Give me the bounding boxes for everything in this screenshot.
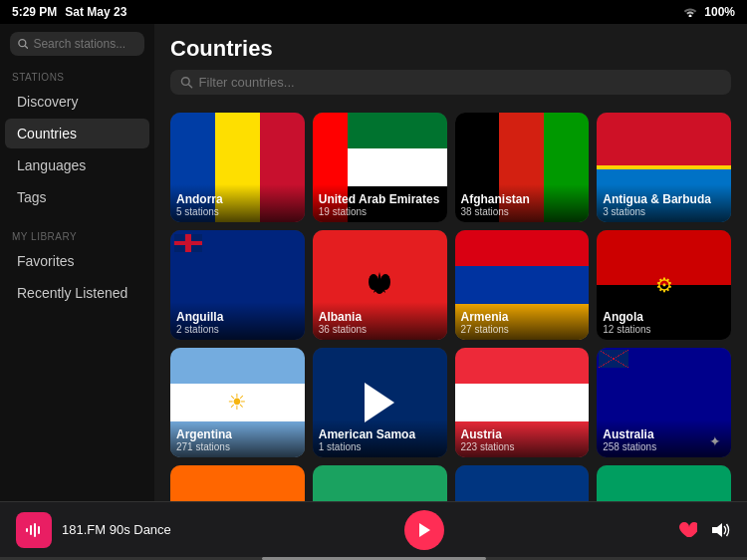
svg-point-0 [19, 40, 26, 47]
country-card[interactable]: ✦ Australia258 stations [597, 348, 731, 457]
country-overlay: Anguilla2 stations [170, 302, 305, 340]
country-overlay: Armenia27 stations [455, 302, 590, 340]
station-count: 5 stations [176, 206, 299, 217]
svg-rect-9 [34, 523, 36, 537]
play-button[interactable] [404, 510, 444, 550]
country-card[interactable] [455, 465, 590, 501]
country-card[interactable]: Andorra5 stations [170, 113, 305, 222]
station-count: 271 stations [176, 441, 299, 452]
station-count: 258 stations [603, 441, 725, 452]
country-name: Anguilla [176, 310, 299, 324]
stations-section-label: STATIONS [0, 66, 154, 86]
battery-label: 100% [704, 5, 735, 19]
app-container: STATIONS Discovery Countries Languages T… [0, 24, 747, 501]
country-card[interactable] [313, 465, 447, 501]
station-count: 3 stations [603, 206, 725, 217]
sidebar-item-languages[interactable]: Languages [5, 150, 149, 180]
svg-rect-7 [26, 528, 28, 532]
country-name: Antigua & Barbuda [603, 192, 725, 206]
country-overlay: Andorra5 stations [170, 184, 305, 222]
status-date: Sat May 23 [65, 5, 126, 19]
country-name: Angola [603, 310, 725, 324]
country-flag [455, 465, 590, 501]
status-bar: 5:29 PM Sat May 23 100% [0, 0, 747, 24]
filter-bar[interactable] [170, 70, 731, 95]
volume-icon[interactable] [711, 522, 731, 538]
country-overlay: American Samoa1 stations [313, 420, 447, 457]
country-card[interactable]: Albania36 stations [313, 230, 447, 340]
country-card[interactable]: United Arab Emirates19 stations [313, 113, 447, 222]
search-box[interactable] [10, 32, 144, 56]
country-card[interactable]: Anguilla2 stations [170, 230, 305, 340]
content-header: Countries [154, 24, 747, 107]
content-area: Countries Andorra5 stations United Arab … [154, 24, 747, 501]
country-name: Andorra [176, 192, 299, 206]
now-playing-left: 181.FM 90s Dance [16, 512, 171, 548]
country-flag [597, 465, 731, 501]
now-playing-right [677, 521, 731, 539]
country-name: Argentina [176, 427, 299, 441]
filter-search-icon [180, 76, 193, 89]
country-card[interactable]: ⚙ Angola12 stations [597, 230, 731, 340]
country-grid: Andorra5 stations United Arab Emirates19… [154, 107, 747, 501]
station-count: 12 stations [603, 324, 725, 335]
country-flag [170, 465, 305, 501]
country-overlay: Antigua & Barbuda3 stations [597, 184, 731, 222]
svg-marker-11 [419, 523, 430, 537]
station-count: 2 stations [176, 324, 299, 335]
sidebar-item-favorites[interactable]: Favorites [5, 246, 149, 276]
sidebar-item-tags[interactable]: Tags [5, 182, 149, 212]
sidebar-item-recently-listened[interactable]: Recently Listened [5, 278, 149, 308]
sidebar: STATIONS Discovery Countries Languages T… [0, 24, 154, 501]
page-title: Countries [170, 36, 731, 62]
country-flag [313, 465, 447, 501]
station-count: 27 stations [461, 324, 584, 335]
country-name: Afghanistan [461, 192, 584, 206]
library-section-label: MY LIBRARY [0, 225, 154, 245]
svg-rect-10 [38, 526, 40, 534]
country-card[interactable]: Antigua & Barbuda3 stations [597, 113, 731, 222]
country-overlay: Afghanistan38 stations [455, 184, 590, 222]
country-overlay: Albania36 stations [313, 302, 447, 340]
sidebar-item-discovery[interactable]: Discovery [5, 87, 149, 117]
country-overlay: Australia258 stations [597, 420, 731, 457]
country-name: American Samoa [319, 427, 441, 441]
country-name: Austria [461, 427, 584, 441]
country-card[interactable]: ☀ Argentina271 stations [170, 348, 305, 457]
station-count: 38 stations [461, 206, 584, 217]
waveform-icon [24, 520, 44, 540]
now-playing-bar: 181.FM 90s Dance [0, 501, 747, 557]
svg-line-3 [189, 85, 192, 88]
country-card[interactable]: Austria223 stations [455, 348, 590, 457]
search-icon [18, 38, 28, 50]
station-count: 36 stations [319, 324, 441, 335]
country-card[interactable]: Armenia27 stations [455, 230, 590, 340]
svg-line-1 [25, 46, 27, 48]
svg-marker-12 [712, 523, 722, 537]
play-icon [417, 522, 431, 538]
heart-icon[interactable] [677, 521, 697, 539]
country-card[interactable]: Afghanistan38 stations [455, 113, 590, 222]
now-playing-title: 181.FM 90s Dance [62, 522, 171, 537]
filter-input[interactable] [199, 75, 721, 90]
country-overlay: United Arab Emirates19 stations [313, 184, 447, 222]
status-time: 5:29 PM [12, 5, 57, 19]
country-card[interactable] [170, 465, 305, 501]
country-name: Armenia [461, 310, 584, 324]
svg-point-2 [181, 78, 189, 86]
country-overlay: Angola12 stations [597, 302, 731, 340]
station-icon [16, 512, 52, 548]
country-overlay: Austria223 stations [455, 420, 590, 457]
country-card[interactable]: American Samoa1 stations [313, 348, 447, 457]
country-name: Australia [603, 427, 725, 441]
search-input[interactable] [33, 37, 136, 51]
wifi-icon [682, 5, 698, 20]
country-name: Albania [319, 310, 441, 324]
country-card[interactable] [597, 465, 731, 501]
station-count: 19 stations [319, 206, 441, 217]
sidebar-item-countries[interactable]: Countries [5, 119, 149, 148]
svg-point-6 [374, 280, 384, 294]
station-count: 223 stations [461, 441, 584, 452]
station-count: 1 stations [319, 441, 441, 452]
svg-rect-8 [30, 525, 32, 535]
